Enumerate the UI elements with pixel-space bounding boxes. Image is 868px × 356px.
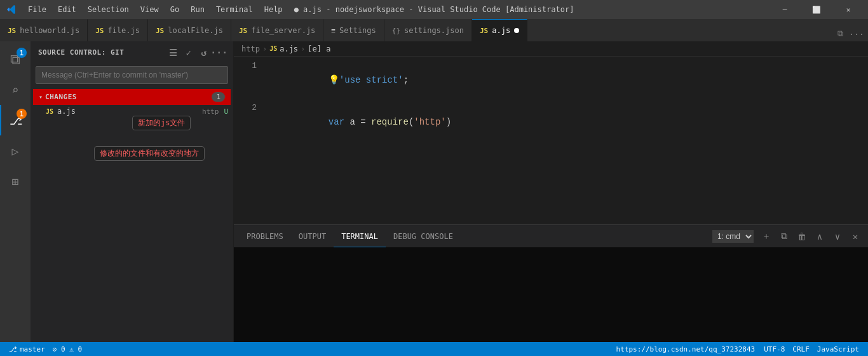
panel-tabs: PROBLEMS OUTPUT TERMINAL DEBUG CONSOLE 1… bbox=[234, 225, 868, 247]
js-file-icon: JS bbox=[46, 108, 53, 115]
tab-file[interactable]: JS file.js bbox=[88, 19, 148, 41]
changes-label: CHANGES bbox=[45, 93, 212, 101]
breadcrumb-js-icon: JS bbox=[269, 45, 277, 52]
title-bar: File Edit Selection View Go Run Terminal… bbox=[0, 0, 868, 19]
code-line-1: 1 💡'use strict'; bbox=[234, 59, 868, 101]
chevron-icon: ▾ bbox=[39, 93, 43, 100]
json-icon: {} bbox=[392, 27, 400, 35]
file-item-a-js[interactable]: JS a.js http U bbox=[31, 105, 233, 118]
sidebar-list-btn[interactable]: ☰ bbox=[167, 46, 180, 59]
status-language[interactable]: JavaScript bbox=[813, 342, 863, 356]
sidebar-more-btn[interactable]: ··· bbox=[213, 46, 226, 59]
breadcrumb-a-js: a.js bbox=[280, 44, 298, 53]
tab-localfile[interactable]: JS localFile.js bbox=[148, 19, 231, 41]
menu-help[interactable]: Help bbox=[259, 4, 288, 15]
panel-tab-terminal[interactable]: TERMINAL bbox=[334, 225, 386, 247]
line-number-1: 1 bbox=[234, 59, 264, 73]
js-icon: JS bbox=[95, 27, 104, 35]
tab-label: a.js bbox=[492, 26, 510, 35]
tab-label: file_server.js bbox=[251, 26, 315, 35]
js-icon: JS bbox=[156, 27, 164, 35]
panel-tab-output[interactable]: OUTPUT bbox=[291, 225, 334, 247]
branch-name: master bbox=[20, 345, 45, 353]
activity-explorer[interactable]: ⧉ 1 bbox=[0, 44, 31, 74]
tab-settings-json[interactable]: {} settings.json bbox=[384, 19, 472, 41]
commit-message-input[interactable] bbox=[36, 66, 228, 84]
explorer-badge: 1 bbox=[17, 48, 27, 58]
menu-selection[interactable]: Selection bbox=[83, 4, 134, 15]
js-icon: JS bbox=[480, 27, 488, 35]
editor-area: http › JS a.js › [e] a 1 💡'use strict'; … bbox=[234, 41, 868, 342]
annotation-new-file: 新加的js文件 bbox=[132, 116, 191, 130]
sidebar-title: SOURCE CONTROL: GIT bbox=[38, 48, 124, 57]
activity-extensions[interactable]: ⊞ bbox=[0, 166, 31, 196]
activity-debug[interactable]: ▷ bbox=[0, 135, 31, 166]
file-path: http bbox=[202, 107, 219, 116]
panel-close-button[interactable]: ✕ bbox=[848, 229, 863, 244]
sidebar-refresh-btn[interactable]: ↺ bbox=[198, 46, 210, 59]
title-bar-left: File Edit Selection View Go Run Terminal… bbox=[5, 3, 288, 16]
file-name: a.js bbox=[57, 107, 200, 116]
panel-tab-problems[interactable]: PROBLEMS bbox=[239, 225, 291, 247]
tab-label: Settings bbox=[339, 26, 376, 35]
minimize-button[interactable]: ─ bbox=[770, 0, 799, 19]
status-line-ending[interactable]: CRLF bbox=[789, 342, 813, 356]
settings-icon: ≡ bbox=[331, 27, 336, 35]
code-editor[interactable]: 1 💡'use strict'; 2 var a = require('http… bbox=[234, 57, 868, 224]
vscode-logo bbox=[5, 3, 18, 16]
menu-run[interactable]: Run bbox=[186, 4, 210, 15]
source-control-badge: 1 bbox=[17, 109, 27, 119]
panel-tab-actions: 1: cmd ＋ ⧉ 🗑 ∧ ∨ ✕ bbox=[712, 229, 863, 244]
split-terminal-button[interactable]: ⧉ bbox=[776, 229, 792, 244]
content-area: ⧉ 1 ⌕ ⎇ 1 ▷ ⊞ SOURCE CONTROL: GIT ☰ bbox=[0, 41, 868, 342]
kill-terminal-button[interactable]: 🗑 bbox=[794, 229, 810, 244]
status-encoding[interactable]: UTF-8 bbox=[760, 342, 789, 356]
file-status: U bbox=[224, 107, 228, 116]
tab-file-server[interactable]: JS file_server.js bbox=[231, 19, 323, 41]
sidebar-header-actions: ☰ ✓ ↺ ··· bbox=[167, 46, 226, 59]
close-button[interactable]: ✕ bbox=[834, 0, 863, 19]
tab-a-js[interactable]: JS a.js bbox=[472, 19, 527, 41]
git-branch-icon: ⎇ bbox=[9, 345, 17, 353]
maximize-button[interactable]: ⬜ bbox=[802, 0, 831, 19]
panel-tab-debug[interactable]: DEBUG CONSOLE bbox=[386, 225, 461, 247]
sidebar: SOURCE CONTROL: GIT ☰ ✓ ↺ ··· ▾ CHANGES … bbox=[31, 41, 234, 342]
new-terminal-button[interactable]: ＋ bbox=[759, 229, 774, 244]
menu-go[interactable]: Go bbox=[165, 4, 184, 15]
tab-helloworld[interactable]: JS helloworld.js bbox=[0, 19, 88, 41]
activity-search[interactable]: ⌕ bbox=[0, 74, 31, 105]
tab-bar: JS helloworld.js JS file.js JS localFile… bbox=[0, 19, 868, 41]
window-title: ● a.js - nodejsworkspace - Visual Studio… bbox=[294, 5, 574, 14]
panel-down-button[interactable]: ∨ bbox=[830, 229, 845, 244]
tab-label: localFile.js bbox=[168, 26, 223, 35]
main-container: ⧉ 1 ⌕ ⎇ 1 ▷ ⊞ SOURCE CONTROL: GIT ☰ bbox=[0, 41, 868, 342]
status-branch[interactable]: ⎇ master bbox=[5, 342, 49, 356]
panel-up-button[interactable]: ∧ bbox=[812, 229, 827, 244]
tab-label: helloworld.js bbox=[20, 26, 79, 35]
activity-bar: ⧉ 1 ⌕ ⎇ 1 ▷ ⊞ bbox=[0, 41, 31, 342]
tab-settings[interactable]: ≡ Settings bbox=[323, 19, 384, 41]
menu-bar: File Edit Selection View Go Run Terminal… bbox=[23, 4, 288, 15]
menu-view[interactable]: View bbox=[135, 4, 164, 15]
changes-count: 1 bbox=[212, 92, 225, 102]
menu-file[interactable]: File bbox=[23, 4, 51, 15]
tab-label: file.js bbox=[107, 26, 140, 35]
status-url: https://blog.csdn.net/qq_37232843 bbox=[616, 345, 756, 353]
lightbulb-icon: 💡 bbox=[329, 75, 339, 85]
terminal-select[interactable]: 1: cmd bbox=[712, 230, 754, 243]
menu-edit[interactable]: Edit bbox=[53, 4, 81, 15]
tab-actions: ⧉ ··· bbox=[829, 26, 868, 41]
changes-header[interactable]: ▾ CHANGES 1 bbox=[33, 89, 231, 105]
sidebar-check-btn[interactable]: ✓ bbox=[182, 46, 195, 59]
terminal-content[interactable] bbox=[234, 247, 868, 342]
status-right: https://blog.csdn.net/qq_37232843 UTF-8 … bbox=[616, 342, 863, 356]
js-icon: JS bbox=[239, 27, 247, 35]
breadcrumb-a: [e] a bbox=[308, 44, 330, 53]
menu-terminal[interactable]: Terminal bbox=[211, 4, 258, 15]
split-editor-button[interactable]: ⧉ bbox=[832, 26, 848, 41]
status-bar: ⎇ master ⊘ 0 ⚠ 0 https://blog.csdn.net/q… bbox=[0, 342, 868, 356]
status-errors[interactable]: ⊘ 0 ⚠ 0 bbox=[49, 342, 86, 356]
activity-source-control[interactable]: ⎇ 1 bbox=[0, 105, 31, 135]
bottom-panel: PROBLEMS OUTPUT TERMINAL DEBUG CONSOLE 1… bbox=[234, 224, 868, 342]
more-tabs-button[interactable]: ··· bbox=[849, 26, 864, 41]
